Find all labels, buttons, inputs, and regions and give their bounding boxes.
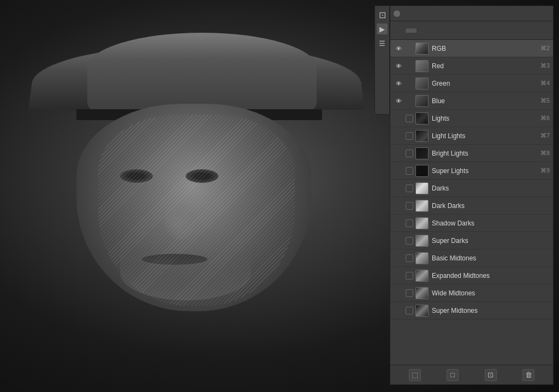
channel-row-blue[interactable]: 👁 Blue ⌘5 — [390, 92, 553, 110]
channel-name-super-midtones: Super Midtones — [432, 307, 550, 314]
tab-layers[interactable] — [395, 28, 406, 33]
shortcut-super-lights: ⌘9 — [540, 167, 550, 174]
eye-icon-rgb[interactable]: 👁 — [394, 44, 403, 54]
channel-row-super-darks[interactable]: Super Darks — [390, 232, 553, 250]
play-tool-icon[interactable]: ▶ — [377, 23, 388, 34]
thumb-expanded-midtones — [415, 270, 429, 282]
channel-name-super-lights: Super Lights — [432, 167, 540, 175]
channel-name-dark-darks: Dark Darks — [432, 202, 550, 210]
channel-row-green[interactable]: 👁 Green ⌘4 — [390, 75, 553, 92]
checkbox-shadow-darks[interactable] — [406, 219, 413, 227]
tabs-row — [390, 21, 553, 40]
thumb-rgb — [415, 43, 429, 55]
shortcut-blue: ⌘5 — [540, 97, 550, 104]
channel-row-lights[interactable]: Lights ⌘6 — [390, 110, 553, 127]
thumb-shadow-darks — [415, 217, 429, 229]
thumb-super-midtones — [415, 305, 429, 317]
selection-button[interactable]: ⬚ — [409, 369, 421, 381]
thumb-super-darks — [415, 235, 429, 247]
checkbox-wide-midtones[interactable] — [406, 289, 413, 297]
channel-name-light-lights: Light Lights — [432, 132, 540, 140]
channel-row-wide-midtones[interactable]: Wide Midtones — [390, 284, 553, 302]
thumb-green — [415, 78, 429, 90]
channel-row-darks[interactable]: Darks — [390, 180, 553, 197]
eye-icon-green[interactable]: 👁 — [394, 79, 403, 88]
menu-tool-icon[interactable]: ☰ — [377, 38, 388, 49]
checkbox-dark-darks[interactable] — [406, 202, 413, 210]
channel-name-green: Green — [432, 80, 540, 87]
channel-name-darks: Darks — [432, 185, 550, 192]
shortcut-red: ⌘3 — [540, 62, 550, 69]
delete-button[interactable]: 🗑 — [522, 369, 534, 381]
channel-name-rgb: RGB — [432, 45, 540, 52]
channel-name-lights: Lights — [432, 115, 540, 122]
thumb-lights — [415, 112, 429, 124]
duplicate-button[interactable]: ⊡ — [485, 369, 497, 381]
tab-channels[interactable] — [406, 28, 417, 33]
shortcut-light-lights: ⌘7 — [540, 132, 550, 139]
checkbox-expanded-midtones[interactable] — [406, 272, 413, 280]
checkbox-darks[interactable] — [406, 185, 413, 192]
thumb-blue — [415, 95, 429, 107]
channel-name-red: Red — [432, 62, 540, 70]
channel-name-expanded-midtones: Expanded Midtones — [432, 272, 550, 280]
channel-row-dark-darks[interactable]: Dark Darks — [390, 197, 553, 215]
channel-row-rgb[interactable]: 👁 RGB ⌘2 — [390, 40, 553, 57]
sidebar-tools: ⊡ ▶ ☰ — [374, 5, 390, 115]
channel-name-shadow-darks: Shadow Darks — [432, 219, 550, 227]
checkbox-bright-lights[interactable] — [406, 150, 413, 157]
shortcut-green: ⌘4 — [540, 80, 550, 87]
checkbox-lights[interactable] — [406, 115, 413, 122]
thumb-super-lights — [415, 165, 429, 177]
thumb-wide-midtones — [415, 287, 429, 299]
channel-name-basic-midtones: Basic Midtones — [432, 254, 550, 262]
tab-paths[interactable] — [417, 28, 427, 33]
eye-icon-blue[interactable]: 👁 — [394, 96, 403, 106]
close-icon[interactable] — [394, 10, 400, 17]
checkbox-super-midtones[interactable] — [406, 307, 413, 314]
channel-row-bright-lights[interactable]: Bright Lights ⌘8 — [390, 145, 553, 162]
channels-list: 👁 RGB ⌘2 👁 Red ⌘3 👁 Green ⌘4 👁 Blue ⌘5 L… — [390, 40, 553, 365]
thumb-light-lights — [415, 130, 429, 142]
layers-tool-icon[interactable]: ⊡ — [377, 9, 388, 20]
selection-overlay — [98, 115, 295, 306]
channel-row-super-midtones[interactable]: Super Midtones — [390, 302, 553, 319]
channels-panel: 👁 RGB ⌘2 👁 Red ⌘3 👁 Green ⌘4 👁 Blue ⌘5 L… — [390, 5, 554, 385]
channel-row-light-lights[interactable]: Light Lights ⌘7 — [390, 127, 553, 145]
channel-row-red[interactable]: 👁 Red ⌘3 — [390, 57, 553, 75]
channel-name-bright-lights: Bright Lights — [432, 150, 540, 157]
checkbox-super-lights[interactable] — [406, 167, 413, 175]
channel-name-super-darks: Super Darks — [432, 237, 550, 245]
checkbox-super-darks[interactable] — [406, 237, 413, 245]
save-button[interactable]: □ — [447, 369, 459, 381]
channel-row-super-lights[interactable]: Super Lights ⌘9 — [390, 162, 553, 180]
thumb-darks — [415, 182, 429, 194]
thumb-red — [415, 60, 429, 72]
panel-header — [390, 6, 553, 21]
checkbox-light-lights[interactable] — [406, 132, 413, 140]
thumb-dark-darks — [415, 200, 429, 212]
channel-row-shadow-darks[interactable]: Shadow Darks — [390, 215, 553, 232]
eye-icon-red[interactable]: 👁 — [394, 61, 403, 71]
channel-name-wide-midtones: Wide Midtones — [432, 289, 550, 297]
shortcut-bright-lights: ⌘8 — [540, 150, 550, 157]
shortcut-rgb: ⌘2 — [540, 45, 550, 52]
channel-row-basic-midtones[interactable]: Basic Midtones — [390, 250, 553, 267]
channel-row-expanded-midtones[interactable]: Expanded Midtones — [390, 267, 553, 284]
panel-footer: ⬚□⊡🗑 — [390, 365, 553, 384]
shortcut-lights: ⌘6 — [540, 115, 550, 122]
portrait — [44, 33, 349, 371]
checkbox-basic-midtones[interactable] — [406, 254, 413, 262]
thumb-basic-midtones — [415, 252, 429, 264]
thumb-bright-lights — [415, 147, 429, 159]
channel-name-blue: Blue — [432, 97, 540, 105]
